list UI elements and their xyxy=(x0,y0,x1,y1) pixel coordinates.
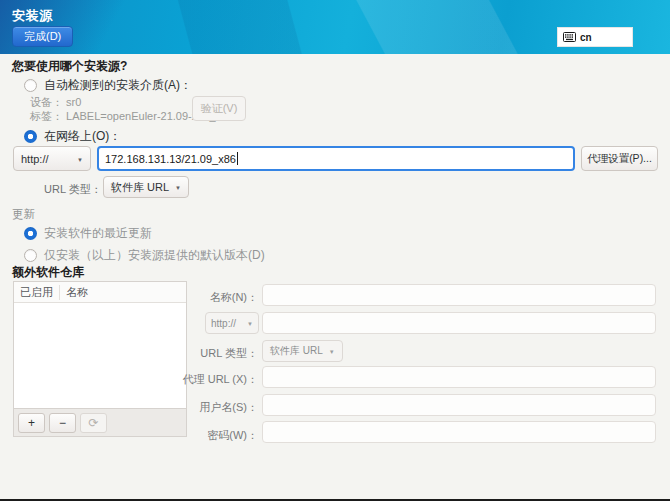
radio-on-network[interactable]: 在网络上(O)： xyxy=(24,128,121,145)
repo-name-label: 名称(N)： xyxy=(138,290,258,305)
chevron-down-icon xyxy=(175,181,181,193)
url-type-dropdown[interactable]: 软件库 URL xyxy=(103,176,189,198)
repo-name-input[interactable] xyxy=(262,284,656,306)
keyboard-icon xyxy=(563,32,576,42)
add-repo-button[interactable]: + xyxy=(18,413,45,433)
repo-url-value: 172.168.131.13/21.09_x86 xyxy=(105,153,236,165)
text-caret xyxy=(237,152,238,165)
repo-url-type-value: 软件库 URL xyxy=(270,344,323,358)
verify-button[interactable]: 验证(V) xyxy=(192,96,246,121)
device-value: sr0 xyxy=(66,96,81,108)
column-header-enabled[interactable]: 已启用 xyxy=(14,285,60,300)
remove-repo-button[interactable]: − xyxy=(49,413,76,433)
keyboard-layout-code: cn xyxy=(580,32,592,43)
repo-password-label: 密码(W)： xyxy=(138,428,258,443)
on-network-label: 在网络上(O)： xyxy=(44,128,121,145)
tag-label: 标签： xyxy=(30,110,63,122)
default-only-label: 仅安装（以上）安装源提供的默认版本(D) xyxy=(44,247,265,264)
repo-username-label: 用户名(S)： xyxy=(138,400,258,415)
radio-circle-icon xyxy=(24,79,37,92)
radio-checked-icon xyxy=(24,130,37,143)
repo-proxy-label: 代理 URL (X)： xyxy=(138,372,258,387)
radio-default-only[interactable]: 仅安装（以上）安装源提供的默认版本(D) xyxy=(24,247,265,264)
radio-circle-icon xyxy=(24,249,37,262)
installation-source-window: 安装源 完成(D) cn 您要使用哪个安装源? 自动检测到的安装介质(A)： 设… xyxy=(0,0,670,501)
keyboard-layout-indicator[interactable]: cn xyxy=(557,27,633,47)
column-header-name[interactable]: 名称 xyxy=(60,285,94,300)
extra-repos-heading: 额外软件仓库 xyxy=(12,264,84,281)
repo-url-field[interactable] xyxy=(262,312,656,334)
updates-section-title: 更新 xyxy=(12,207,35,222)
radio-auto-detected-media[interactable]: 自动检测到的安装介质(A)： xyxy=(24,77,192,94)
refresh-icon xyxy=(88,417,98,429)
repo-username-input[interactable] xyxy=(262,394,656,416)
url-type-value: 软件库 URL xyxy=(111,180,169,195)
repo-url-type-dropdown[interactable]: 软件库 URL xyxy=(262,340,343,362)
protocol-value: http:// xyxy=(21,153,49,165)
done-button[interactable]: 完成(D) xyxy=(12,26,73,47)
chevron-down-icon xyxy=(329,346,335,357)
proxy-settings-button[interactable]: 代理设置(P)... xyxy=(581,146,658,171)
repo-protocol-dropdown[interactable]: http:// xyxy=(205,312,259,334)
repo-protocol-value: http:// xyxy=(211,318,236,329)
page-title: 安装源 xyxy=(12,7,53,25)
repo-password-input[interactable] xyxy=(262,421,656,443)
device-line: 设备： sr0 xyxy=(30,95,81,110)
chevron-down-icon xyxy=(247,318,253,329)
refresh-repo-button[interactable] xyxy=(80,413,107,433)
repo-proxy-input[interactable] xyxy=(262,366,656,388)
window-header: 安装源 完成(D) cn xyxy=(0,0,670,54)
latest-updates-label: 安装软件的最近更新 xyxy=(44,225,152,242)
url-type-label: URL 类型： xyxy=(44,182,102,197)
auto-media-label: 自动检测到的安装介质(A)： xyxy=(44,77,192,94)
radio-latest-updates[interactable]: 安装软件的最近更新 xyxy=(24,225,152,242)
device-label: 设备： xyxy=(30,96,63,108)
repo-url-type-label: URL 类型： xyxy=(138,346,258,361)
protocol-dropdown[interactable]: http:// xyxy=(13,146,91,171)
source-question-heading: 您要使用哪个安装源? xyxy=(12,58,127,75)
radio-checked-icon xyxy=(24,227,37,240)
repo-url-input[interactable]: 172.168.131.13/21.09_x86 xyxy=(97,146,575,171)
chevron-down-icon xyxy=(77,153,83,165)
